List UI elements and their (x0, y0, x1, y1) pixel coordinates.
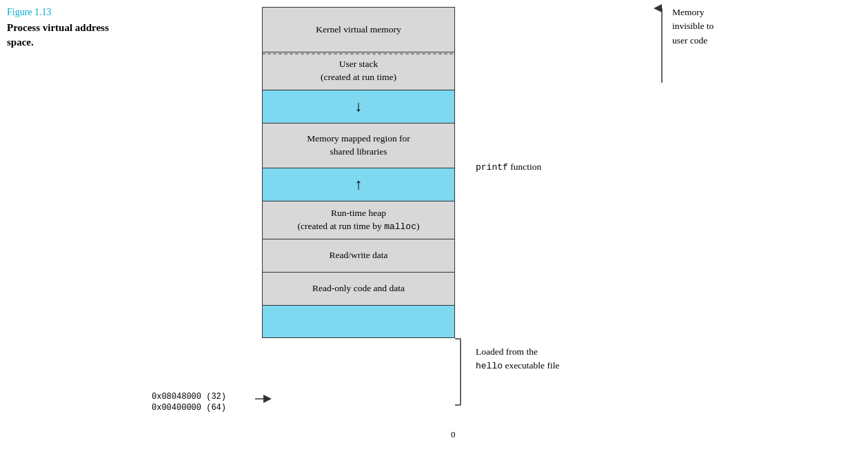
annotation-loaded-line3: executable file (505, 360, 559, 371)
annotation-printf-suffix: function (508, 161, 541, 172)
address-32: 0x08048000 (32) (152, 392, 226, 402)
segment-kernel-label: Kernel virtual memory (316, 23, 401, 37)
figure-caption: Figure 1.13 (7, 7, 109, 18)
segment-bottom (262, 305, 455, 338)
annotation-loaded-line1: Loaded from the (476, 346, 538, 357)
segment-readonly-label: Read-only code and data (312, 282, 405, 295)
page: Figure 1.13 Process virtual address spac… (0, 0, 868, 463)
arrow-down-icon: ↓ (355, 96, 363, 117)
segment-user-stack-label: User stack(created at run time) (321, 58, 396, 84)
annotation-invisible-text: Memoryinvisible touser code (672, 7, 714, 46)
segment-runtime-heap: Run-time heap(created at run time by mal… (262, 201, 455, 239)
segment-shared-lib: Memory mapped region forshared libraries (262, 123, 455, 168)
segment-user-stack: User stack(created at run time) (262, 52, 455, 90)
memory-diagram: Kernel virtual memory User stack(created… (262, 7, 455, 338)
figure-title: Process virtual address space. (7, 21, 109, 50)
annotation-invisible: Memoryinvisible touser code (672, 6, 714, 48)
address-64: 0x00400000 (64) (152, 403, 226, 413)
segment-runtime-heap-label: Run-time heap(created at run time by mal… (298, 207, 420, 233)
address-zero: 0 (451, 429, 456, 440)
segment-heap-growth: ↑ (262, 168, 455, 201)
figure-title-line1: Process virtual address (7, 22, 109, 33)
segment-readwrite-label: Read/write data (329, 249, 387, 262)
segment-readonly: Read-only code and data (262, 272, 455, 305)
segment-shared-lib-label: Memory mapped region forshared libraries (307, 132, 410, 159)
arrow-up-icon: ↑ (355, 174, 363, 195)
annotation-printf-text: printf (476, 162, 508, 173)
figure-label: Figure 1.13 Process virtual address spac… (7, 7, 109, 50)
segment-stack-growth: ↓ (262, 90, 455, 123)
segment-kernel: Kernel virtual memory (262, 7, 455, 52)
annotation-loaded-line2: hello (476, 361, 503, 371)
figure-title-line2: space. (7, 37, 34, 48)
segment-readwrite: Read/write data (262, 239, 455, 272)
annotation-printf: printf function (476, 160, 541, 175)
annotation-loaded: Loaded from the hello executable file (476, 345, 559, 373)
